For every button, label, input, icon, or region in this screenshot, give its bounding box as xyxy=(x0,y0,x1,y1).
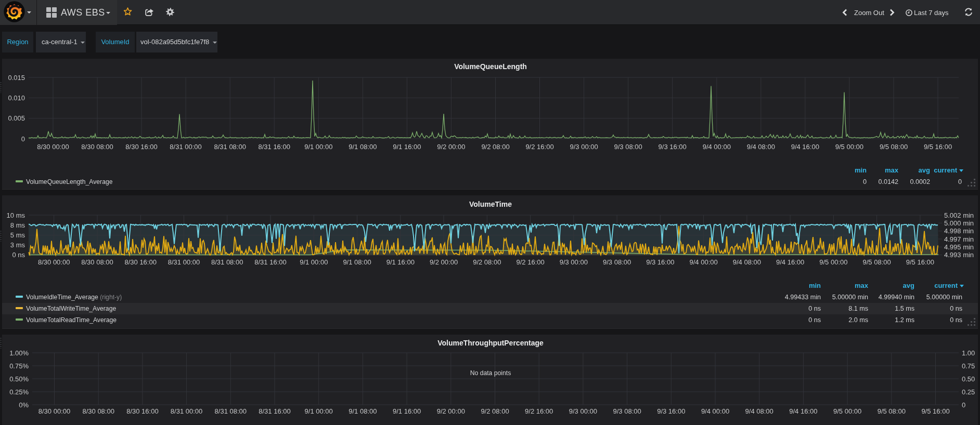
svg-text:9/4 08:00: 9/4 08:00 xyxy=(745,407,773,415)
svg-text:8/31 16:00: 8/31 16:00 xyxy=(259,407,290,415)
svg-text:9/5 08:00: 9/5 08:00 xyxy=(862,258,891,266)
svg-text:8/30 00:00: 8/30 00:00 xyxy=(38,258,70,266)
svg-text:0: 0 xyxy=(962,401,965,409)
svg-text:0.0002: 0.0002 xyxy=(910,178,930,185)
svg-text:0 ns: 0 ns xyxy=(808,305,821,312)
svg-text:9/5 08:00: 9/5 08:00 xyxy=(878,407,906,415)
svg-text:0: 0 xyxy=(863,178,867,185)
svg-text:8/30 00:00: 8/30 00:00 xyxy=(37,143,69,151)
svg-text:VolumeQueueLength_Average: VolumeQueueLength_Average xyxy=(26,178,113,185)
svg-text:9/3 16:00: 9/3 16:00 xyxy=(659,143,687,151)
svg-text:4.995 min: 4.995 min xyxy=(944,243,974,251)
svg-text:VolumeThroughputPercentage: VolumeThroughputPercentage xyxy=(437,339,544,347)
svg-text:8/31 16:00: 8/31 16:00 xyxy=(254,258,286,266)
svg-text:9/1 16:00: 9/1 16:00 xyxy=(393,407,421,415)
svg-text:VolumeTotalReadTime_Average: VolumeTotalReadTime_Average xyxy=(26,316,117,324)
svg-text:8/30 08:00: 8/30 08:00 xyxy=(81,143,113,151)
svg-text:VolumeQueueLength: VolumeQueueLength xyxy=(454,62,527,71)
svg-text:8/31 08:00: 8/31 08:00 xyxy=(211,258,243,266)
svg-text:9/5 16:00: 9/5 16:00 xyxy=(921,407,949,415)
svg-text:9/2 08:00: 9/2 08:00 xyxy=(481,407,509,415)
svg-text:8/31 00:00: 8/31 00:00 xyxy=(171,407,202,415)
svg-text:5.00000 min: 5.00000 min xyxy=(832,294,868,301)
svg-text:9/3 00:00: 9/3 00:00 xyxy=(560,258,588,266)
svg-text:5 ms: 5 ms xyxy=(10,231,25,239)
svg-text:1.2 ms: 1.2 ms xyxy=(895,316,914,324)
svg-text:9/4 08:00: 9/4 08:00 xyxy=(733,258,761,266)
svg-text:1.00: 1.00 xyxy=(962,349,975,357)
svg-text:1.5 ms: 1.5 ms xyxy=(895,305,914,312)
svg-text:9/3 16:00: 9/3 16:00 xyxy=(646,258,674,266)
svg-text:9/5 00:00: 9/5 00:00 xyxy=(835,143,863,151)
svg-text:avg: avg xyxy=(903,282,914,289)
svg-text:0.50%: 0.50% xyxy=(9,375,29,383)
svg-text:8/30 00:00: 8/30 00:00 xyxy=(38,407,70,415)
svg-text:max: max xyxy=(855,282,869,289)
svg-text:9/3 08:00: 9/3 08:00 xyxy=(603,258,631,266)
svg-text:9/1 16:00: 9/1 16:00 xyxy=(386,258,415,266)
svg-text:VolumeTime: VolumeTime xyxy=(469,200,512,208)
svg-text:8/31 00:00: 8/31 00:00 xyxy=(170,143,201,151)
svg-text:0 ns: 0 ns xyxy=(950,316,962,324)
svg-text:9/3 00:00: 9/3 00:00 xyxy=(569,407,597,415)
svg-text:0.25%: 0.25% xyxy=(9,388,29,396)
svg-text:0 ns: 0 ns xyxy=(808,316,821,324)
svg-text:0.25: 0.25 xyxy=(962,388,975,396)
svg-text:0%: 0% xyxy=(19,401,29,409)
svg-text:0.75: 0.75 xyxy=(962,362,975,370)
svg-text:8/30 16:00: 8/30 16:00 xyxy=(126,407,158,415)
svg-text:0: 0 xyxy=(958,178,962,185)
svg-text:8.1 ms: 8.1 ms xyxy=(848,305,868,312)
svg-text:9/2 00:00: 9/2 00:00 xyxy=(437,407,465,415)
svg-text:9/4 00:00: 9/4 00:00 xyxy=(701,407,729,415)
svg-text:5.000 min: 5.000 min xyxy=(944,219,974,227)
svg-text:8/31 16:00: 8/31 16:00 xyxy=(258,143,290,151)
svg-text:1.00%: 1.00% xyxy=(9,349,29,357)
svg-text:9/2 00:00: 9/2 00:00 xyxy=(437,143,465,151)
svg-text:current: current xyxy=(934,282,958,289)
svg-text:8 ms: 8 ms xyxy=(10,221,25,229)
svg-text:8/30 08:00: 8/30 08:00 xyxy=(82,407,114,415)
svg-text:9/5 00:00: 9/5 00:00 xyxy=(833,407,861,415)
svg-text:min: min xyxy=(809,282,821,289)
svg-text:8/31 08:00: 8/31 08:00 xyxy=(214,143,246,151)
svg-text:0.0142: 0.0142 xyxy=(878,178,898,185)
svg-text:0.010: 0.010 xyxy=(8,94,25,102)
svg-text:8/30 16:00: 8/30 16:00 xyxy=(124,258,156,266)
svg-text:9/5 00:00: 9/5 00:00 xyxy=(819,258,847,266)
svg-text:No data points: No data points xyxy=(470,369,511,377)
svg-text:VolumeIdleTime_Average (right-: VolumeIdleTime_Average (right-y) xyxy=(26,294,122,301)
svg-text:9/4 16:00: 9/4 16:00 xyxy=(789,407,817,415)
svg-text:9/1 16:00: 9/1 16:00 xyxy=(393,143,421,151)
svg-text:9/4 08:00: 9/4 08:00 xyxy=(747,143,775,151)
svg-text:9/1 08:00: 9/1 08:00 xyxy=(343,258,371,266)
svg-text:9/1 08:00: 9/1 08:00 xyxy=(349,407,377,415)
svg-text:9/2 08:00: 9/2 08:00 xyxy=(473,258,501,266)
svg-text:3 ms: 3 ms xyxy=(10,241,25,249)
svg-text:0.005: 0.005 xyxy=(8,114,25,122)
svg-text:9/2 16:00: 9/2 16:00 xyxy=(516,258,544,266)
svg-text:5.00000 min: 5.00000 min xyxy=(926,294,962,301)
svg-text:0: 0 xyxy=(21,135,25,143)
svg-text:4.99940 min: 4.99940 min xyxy=(879,294,914,301)
svg-text:9/5 16:00: 9/5 16:00 xyxy=(906,258,934,266)
svg-text:9/2 08:00: 9/2 08:00 xyxy=(481,143,509,151)
svg-text:min: min xyxy=(855,166,867,174)
svg-text:9/3 16:00: 9/3 16:00 xyxy=(657,407,685,415)
svg-text:4.997 min: 4.997 min xyxy=(944,235,974,243)
svg-text:9/1 00:00: 9/1 00:00 xyxy=(305,407,333,415)
svg-text:0 ns: 0 ns xyxy=(950,305,962,312)
svg-text:9/4 00:00: 9/4 00:00 xyxy=(689,258,717,266)
svg-text:9/4 16:00: 9/4 16:00 xyxy=(791,143,819,151)
svg-text:9/2 00:00: 9/2 00:00 xyxy=(430,258,458,266)
svg-text:9/1 00:00: 9/1 00:00 xyxy=(304,143,332,151)
svg-text:0.015: 0.015 xyxy=(8,74,25,82)
svg-text:4.99433 min: 4.99433 min xyxy=(785,294,821,301)
svg-text:0.75%: 0.75% xyxy=(9,362,29,370)
svg-text:9/3 08:00: 9/3 08:00 xyxy=(614,143,642,151)
svg-text:5.002 min: 5.002 min xyxy=(944,211,974,219)
svg-text:avg: avg xyxy=(919,166,930,174)
svg-text:9/4 00:00: 9/4 00:00 xyxy=(703,143,731,151)
svg-text:8/30 08:00: 8/30 08:00 xyxy=(81,258,113,266)
svg-text:8/31 00:00: 8/31 00:00 xyxy=(168,258,200,266)
